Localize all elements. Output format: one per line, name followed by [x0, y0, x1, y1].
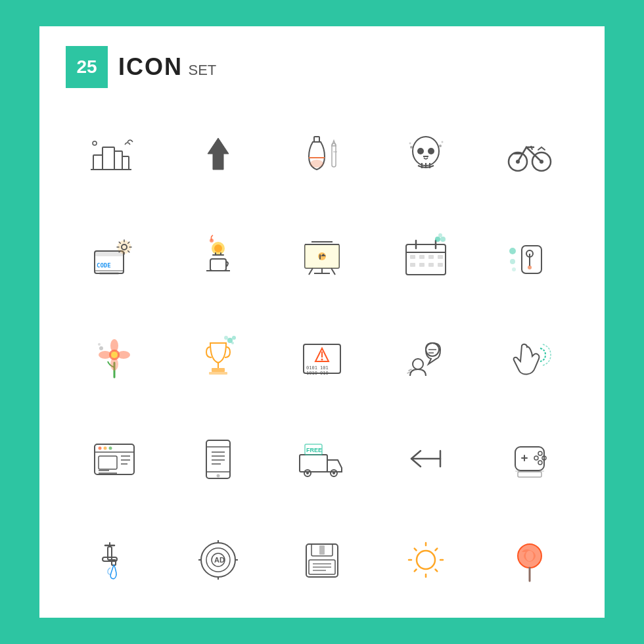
icon-cell-arrow-up [170, 108, 267, 202]
svg-point-80 [110, 357, 118, 371]
svg-rect-0 [93, 155, 103, 170]
svg-rect-2 [114, 151, 122, 170]
floppy-disk-icon [296, 534, 348, 586]
svg-point-21 [439, 145, 442, 147]
svg-point-89 [232, 336, 236, 340]
icon-cell-calendar [377, 209, 474, 304]
icon-cell-coffee [170, 209, 267, 304]
svg-rect-61 [438, 255, 443, 259]
browser-window-icon [88, 432, 141, 485]
svg-rect-87 [209, 372, 227, 375]
svg-point-22 [442, 141, 444, 143]
svg-text:1010  010: 1010 010 [306, 371, 329, 376]
svg-point-20 [409, 143, 411, 145]
city-buildings-icon [88, 129, 141, 181]
coffee-break-icon [192, 230, 244, 283]
game-device-icon [503, 432, 556, 485]
badge-number: 25 [66, 46, 108, 88]
svg-rect-54 [406, 244, 446, 275]
presentation-icon [296, 230, 348, 283]
svg-point-161 [417, 551, 435, 569]
trophy-icon [192, 331, 244, 384]
icon-cell-virus-warning: 0101 101 1010 010 [273, 310, 371, 405]
ad-target-icon: AD [192, 534, 244, 586]
icon-cell-flower [66, 310, 163, 405]
icon-cell-presentation [273, 209, 371, 304]
icons-grid: CODE [66, 108, 578, 607]
svg-point-173 [526, 551, 534, 561]
svg-point-118 [217, 474, 220, 478]
svg-rect-156 [319, 545, 325, 555]
svg-text:FREE: FREE [306, 447, 322, 453]
svg-line-167 [436, 570, 438, 572]
svg-text:0101  101: 0101 101 [306, 365, 329, 371]
main-title: ICON [118, 53, 183, 80]
svg-rect-65 [438, 263, 443, 267]
svg-rect-38 [210, 259, 226, 271]
icon-cell-arrow-left [377, 411, 474, 506]
svg-point-128 [306, 472, 309, 474]
svg-point-79 [117, 351, 130, 359]
svg-point-75 [512, 267, 516, 271]
free-delivery-icon: FREE [296, 432, 348, 485]
svg-rect-64 [428, 263, 434, 267]
svg-text:CODE: CODE [97, 262, 111, 269]
svg-line-52 [309, 268, 313, 275]
icon-cell-wine [273, 108, 371, 202]
svg-rect-46 [319, 254, 321, 260]
svg-point-81 [99, 351, 112, 359]
svg-rect-132 [515, 447, 544, 471]
svg-point-83 [99, 346, 103, 350]
wine-bottle-icon [296, 129, 348, 181]
main-card: 25 ICON SET [39, 26, 605, 618]
svg-line-53 [331, 268, 335, 275]
svg-text:AD: AD [214, 556, 225, 564]
svg-point-5 [93, 141, 97, 145]
svg-point-95 [321, 359, 323, 361]
skull-face-icon [400, 129, 452, 181]
svg-rect-62 [410, 263, 415, 267]
icon-cell-trophy [170, 310, 267, 405]
svg-point-101 [413, 359, 423, 369]
svg-point-107 [104, 447, 107, 450]
svg-point-78 [110, 339, 118, 352]
water-tap-icon [88, 534, 141, 586]
svg-point-67 [440, 237, 446, 242]
svg-rect-60 [428, 255, 434, 259]
svg-point-133 [538, 451, 542, 455]
svg-point-135 [534, 456, 538, 460]
icon-cell-browser [66, 411, 163, 506]
svg-rect-63 [419, 263, 425, 267]
svg-point-68 [438, 233, 442, 237]
header: 25 ICON SET [66, 46, 578, 88]
swipe-gesture-icon [503, 331, 556, 384]
svg-point-84 [98, 343, 101, 346]
flower-icon [88, 331, 141, 384]
location-pin-icon [503, 230, 556, 283]
svg-rect-123 [300, 455, 327, 472]
svg-point-90 [224, 336, 228, 340]
bicycle-icon [503, 129, 556, 181]
svg-point-134 [538, 461, 542, 465]
svg-point-73 [509, 248, 516, 254]
svg-point-74 [510, 259, 515, 264]
lollipop-icon [503, 534, 556, 586]
main-subtitle: SET [188, 62, 216, 78]
svg-point-82 [111, 352, 118, 358]
icon-cell-code-settings: CODE [66, 209, 163, 304]
svg-line-102 [409, 369, 411, 371]
icon-cell-skull [377, 108, 474, 202]
svg-line-168 [436, 549, 438, 551]
svg-point-66 [435, 237, 440, 242]
arrow-left-icon [400, 432, 452, 485]
icon-cell-mobile-doc [170, 411, 267, 506]
icon-cell-delivery: FREE [273, 411, 371, 506]
arrow-up-icon [192, 129, 244, 181]
chat-person-icon [400, 331, 452, 384]
svg-line-166 [415, 549, 417, 551]
icon-cell-city [66, 108, 163, 202]
svg-point-36 [214, 244, 222, 252]
svg-rect-7 [314, 137, 319, 142]
svg-rect-115 [206, 440, 230, 478]
virus-warning-icon: 0101 101 1010 010 [296, 331, 348, 384]
